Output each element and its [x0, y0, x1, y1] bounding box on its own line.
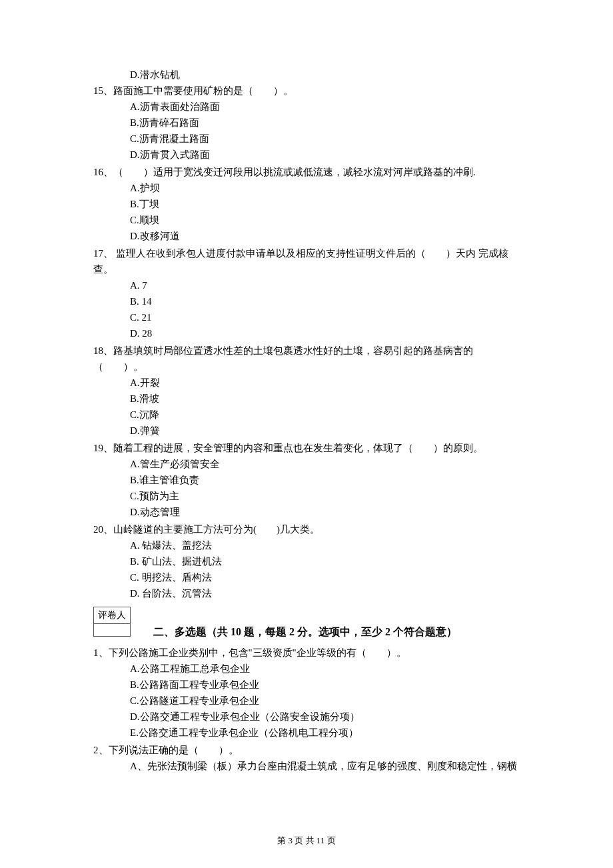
- option-e: E.公路交通工程专业承包企业（公路机电工程分项）: [130, 725, 520, 741]
- option-d: D.潜水钻机: [130, 67, 520, 83]
- option-d: D.公路交通工程专业承包企业（公路安全设施分项）: [130, 709, 520, 725]
- option-a: A. 7: [130, 277, 520, 293]
- option-b: B.公路路面工程专业承包企业: [130, 677, 520, 693]
- option-d: D.弹簧: [130, 423, 520, 439]
- question-options: A.公路工程施工总承包企业 B.公路路面工程专业承包企业 C.公路隧道工程专业承…: [130, 661, 520, 741]
- question-19: 19、随着工程的进展，安全管理的内容和重点也在发生着变化，体现了（ ）的原则。 …: [93, 440, 520, 520]
- question-20: 20、山岭隧道的主要施工方法可分为( )几大类。 A. 钻爆法、盖挖法 B. 矿…: [93, 521, 520, 601]
- option-b: B.沥青碎石路面: [130, 115, 520, 131]
- option-a: A. 钻爆法、盖挖法: [130, 537, 520, 553]
- question-options: A.沥青表面处治路面 B.沥青碎石路面 C.沥青混凝土路面 D.沥青贯入式路面: [130, 99, 520, 163]
- option-d: D. 28: [130, 325, 520, 341]
- option-b: B.丁坝: [130, 196, 520, 212]
- question-options: A. 7 B. 14 C. 21 D. 28: [130, 277, 520, 341]
- option-d: D.动态管理: [130, 504, 520, 520]
- option-a: A.沥青表面处治路面: [130, 99, 520, 115]
- option-b: B.滑坡: [130, 391, 520, 407]
- question-options: A、先张法预制梁（板）承力台座由混凝土筑成，应有足够的强度、刚度和稳定性，钢横: [130, 758, 520, 774]
- grader-label: 评卷人: [94, 607, 130, 624]
- grader-score-box: [94, 624, 126, 636]
- section-title: 二、多选题（共 10 题，每题 2 分。选项中，至少 2 个符合题意）: [153, 623, 520, 641]
- question-options: A. 钻爆法、盖挖法 B. 矿山法、掘进机法 C. 明挖法、盾构法 D. 台阶法…: [130, 537, 520, 601]
- option-c: C. 21: [130, 309, 520, 325]
- option-c: C.沉降: [130, 407, 520, 423]
- question-16: 16、（ ）适用于宽浅变迁河段用以挑流或减低流速，减轻水流对河岸或路基的冲刷. …: [93, 164, 520, 244]
- page-footer: 第 3 页 共 11 页: [0, 834, 613, 848]
- question-18: 18、路基填筑时局部位置透水性差的土壤包裹透水性好的土壤，容易引起的路基病害的（…: [93, 343, 520, 439]
- grader-box: 评卷人: [93, 607, 131, 637]
- question-text: 16、（ ）适用于宽浅变迁河段用以挑流或减低流速，减轻水流对河岸或路基的冲刷.: [93, 164, 520, 180]
- question-17: 17、 监理人在收到承包人进度付款申请单以及相应的支持性证明文件后的（ ）天内 …: [93, 245, 520, 341]
- multi-question-1: 1、下列公路施工企业类别中，包含"三级资质"企业等级的有（ ）。 A.公路工程施…: [93, 645, 520, 741]
- option-c: C.公路隧道工程专业承包企业: [130, 693, 520, 709]
- question-text: 17、 监理人在收到承包人进度付款申请单以及相应的支持性证明文件后的（ ）天内 …: [93, 245, 520, 277]
- question-text: 15、路面施工中需要使用矿粉的是（ ）。: [93, 83, 520, 99]
- question-15: 15、路面施工中需要使用矿粉的是（ ）。 A.沥青表面处治路面 B.沥青碎石路面…: [93, 83, 520, 163]
- option-d: D.改移河道: [130, 228, 520, 244]
- question-14-options: D.潜水钻机: [130, 67, 520, 83]
- option-d: D.沥青贯入式路面: [130, 147, 520, 163]
- option-d: D. 台阶法、沉管法: [130, 585, 520, 601]
- option-a: A.护坝: [130, 180, 520, 196]
- question-text: 20、山岭隧道的主要施工方法可分为( )几大类。: [93, 521, 520, 537]
- option-c: C.顺坝: [130, 212, 520, 228]
- question-text: 18、路基填筑时局部位置透水性差的土壤包裹透水性好的土壤，容易引起的路基病害的（…: [93, 343, 520, 375]
- option-b: B.谁主管谁负责: [130, 472, 520, 488]
- option-c: C. 明挖法、盾构法: [130, 569, 520, 585]
- option-a: A、先张法预制梁（板）承力台座由混凝土筑成，应有足够的强度、刚度和稳定性，钢横: [130, 758, 520, 774]
- option-a: A.管生产必须管安全: [130, 456, 520, 472]
- question-options: A.开裂 B.滑坡 C.沉降 D.弹簧: [130, 375, 520, 439]
- option-b: B. 14: [130, 293, 520, 309]
- option-c: C.沥青混凝土路面: [130, 131, 520, 147]
- multi-question-2: 2、下列说法正确的是（ ）。 A、先张法预制梁（板）承力台座由混凝土筑成，应有足…: [93, 742, 520, 774]
- option-c: C.预防为主: [130, 488, 520, 504]
- option-b: B. 矿山法、掘进机法: [130, 553, 520, 569]
- question-text: 1、下列公路施工企业类别中，包含"三级资质"企业等级的有（ ）。: [93, 645, 520, 661]
- question-text: 19、随着工程的进展，安全管理的内容和重点也在发生着变化，体现了（ ）的原则。: [93, 440, 520, 456]
- option-a: A.开裂: [130, 375, 520, 391]
- option-a: A.公路工程施工总承包企业: [130, 661, 520, 677]
- page-container: D.潜水钻机 15、路面施工中需要使用矿粉的是（ ）。 A.沥青表面处治路面 B…: [0, 0, 613, 868]
- question-options: A.管生产必须管安全 B.谁主管谁负责 C.预防为主 D.动态管理: [130, 456, 520, 520]
- question-text: 2、下列说法正确的是（ ）。: [93, 742, 520, 758]
- question-options: A.护坝 B.丁坝 C.顺坝 D.改移河道: [130, 180, 520, 244]
